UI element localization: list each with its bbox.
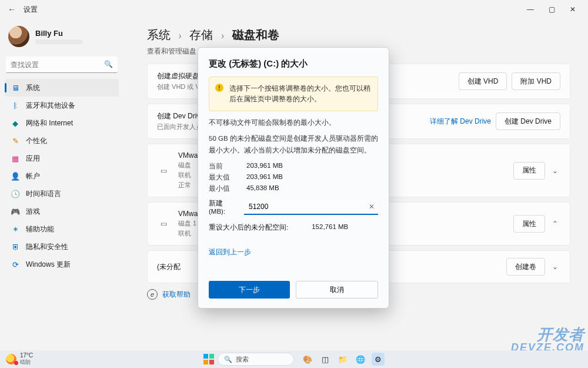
disk-sub1: 磁盘 (178, 161, 191, 168)
nav-icon: 🕓 (11, 189, 20, 198)
nav-icon: ✶ (11, 224, 20, 234)
weather-temp: 17°C (20, 352, 33, 359)
taskbar-app-copilot[interactable]: 🎨 (301, 353, 314, 366)
nav-label: 系统 (26, 83, 40, 93)
breadcrumb-2[interactable]: 存储 (189, 28, 213, 41)
taskbar-search-label: 搜索 (236, 355, 249, 364)
min-label: 最小值 (209, 184, 238, 193)
search-icon: 🔍 (224, 356, 232, 363)
disk-sub3: 正常 (178, 181, 191, 188)
disk-sub2: 联机 (178, 230, 191, 237)
disk-icon: ▭ (157, 167, 170, 175)
disk-sub2: 联机 (178, 171, 191, 178)
create-vhd-button[interactable]: 创建 VHD (459, 72, 507, 90)
sidebar-item-7[interactable]: 🎮游戏 (5, 203, 119, 220)
sidebar: Billy Fu 🔍 🖥系统ᛒ蓝牙和其他设备◆网络和 Internet✎个性化▦… (0, 19, 123, 350)
sidebar-item-5[interactable]: 👤帐户 (5, 167, 119, 185)
sidebar-item-0[interactable]: 🖥系统 (5, 79, 119, 97)
window-title: 设置 (24, 5, 38, 15)
nav-icon: ⛨ (11, 242, 20, 251)
weather-widget[interactable]: 17°C 晴朗 (6, 352, 33, 366)
note-2: 50 GB 的未分配磁盘空间是创建开发人员驱动器所需的最小大小。减小当前大小以增… (209, 133, 378, 156)
start-button[interactable] (203, 354, 214, 364)
nav-label: 个性化 (26, 136, 47, 146)
sidebar-item-4[interactable]: ▦应用 (5, 150, 119, 167)
nav-label: 网络和 Internet (26, 118, 73, 128)
titlebar: ← 设置 — ▢ ✕ (0, 0, 588, 19)
nav-icon: 🖥 (11, 83, 20, 92)
nav-label: 应用 (26, 154, 40, 164)
help-label: 获取帮助 (162, 290, 191, 300)
close-button[interactable]: ✕ (562, 1, 583, 18)
resize-dialog: 更改 (无标签) (C:) 的大小 选择下一个按钮将调整卷的大小。您也可以稍后在… (198, 47, 389, 309)
nav-label: 时间和语言 (26, 189, 61, 199)
maximize-button[interactable]: ▢ (541, 1, 562, 18)
taskbar-app-settings[interactable]: ⚙ (372, 353, 385, 366)
back-button[interactable]: ← (5, 5, 19, 14)
breadcrumb-1[interactable]: 系统 (147, 28, 171, 41)
after-resize-row: 重设大小后的未分配空间: 152,761 MB (209, 223, 378, 232)
taskbar-center: 🔍 搜索 🎨 ◫ 📁 🌐 ⚙ (203, 353, 385, 366)
create-dev-drive-button[interactable]: 创建 Dev Drive (496, 112, 560, 130)
info-banner: 选择下一个按钮将调整卷的大小。您也可以稍后在属性页中调整卷的大小。 (209, 77, 378, 111)
properties-button[interactable]: 属性 (513, 215, 545, 233)
cancel-button[interactable]: 取消 (296, 281, 378, 299)
nav-icon: ✎ (11, 136, 20, 145)
nav-label: 蓝牙和其他设备 (26, 101, 75, 111)
sidebar-item-9[interactable]: ⛨隐私和安全性 (5, 238, 119, 256)
weather-icon (6, 354, 16, 364)
breadcrumb-3: 磁盘和卷 (232, 28, 279, 41)
chevron-up-icon[interactable]: ⌃ (550, 220, 560, 228)
current-label: 当前 (209, 162, 238, 171)
nav-icon: ⟳ (11, 260, 20, 269)
search-input[interactable] (6, 57, 118, 73)
sidebar-item-2[interactable]: ◆网络和 Internet (5, 114, 119, 132)
max-label: 最大值 (209, 173, 238, 182)
current-value: 203,961 MB (246, 162, 378, 171)
chevron-right-icon: › (179, 31, 182, 41)
sidebar-item-6[interactable]: 🕓时间和语言 (5, 185, 119, 203)
sidebar-item-10[interactable]: ⟳Windows 更新 (5, 256, 119, 273)
size-table: 当前 203,961 MB 最大值 203,961 MB 最小值 45,838 … (209, 162, 378, 193)
taskbar: 17°C 晴朗 🔍 搜索 🎨 ◫ 📁 🌐 ⚙ (0, 350, 588, 368)
profile-email (35, 39, 82, 44)
avatar (8, 26, 29, 47)
new-size-input[interactable] (244, 200, 378, 215)
chevron-down-icon[interactable]: ⌄ (550, 167, 560, 175)
weather-desc: 晴朗 (20, 359, 33, 366)
taskbar-search[interactable]: 🔍 搜索 (218, 353, 294, 366)
help-icon: e (147, 289, 158, 300)
nav-label: 游戏 (26, 207, 40, 217)
minimize-button[interactable]: — (520, 1, 541, 18)
disk-sub1: 磁盘 1 (178, 220, 196, 227)
new-size-label: 新建(MB): (209, 199, 239, 215)
disk-icon: ▭ (157, 220, 170, 228)
search-box[interactable]: 🔍 (6, 57, 118, 73)
attach-vhd-button[interactable]: 附加 VHD (512, 72, 560, 90)
back-link[interactable]: 返回到上一步 (209, 247, 251, 257)
nav-icon: 🎮 (11, 207, 20, 216)
nav-list: 🖥系统ᛒ蓝牙和其他设备◆网络和 Internet✎个性化▦应用👤帐户🕓时间和语言… (5, 79, 119, 273)
taskbar-app-edge[interactable]: 🌐 (354, 353, 367, 366)
min-value: 45,838 MB (246, 184, 378, 193)
clear-icon[interactable]: ✕ (369, 203, 375, 211)
profile-name: Billy Fu (35, 29, 82, 38)
properties-button[interactable]: 属性 (513, 162, 545, 180)
new-size-row: 新建(MB): ✕ (209, 199, 378, 215)
taskbar-app-explorer[interactable]: 📁 (336, 353, 349, 366)
search-icon: 🔍 (104, 60, 113, 68)
after-label: 重设大小后的未分配空间: (209, 223, 288, 232)
sidebar-item-1[interactable]: ᛒ蓝牙和其他设备 (5, 97, 119, 114)
next-button[interactable]: 下一步 (209, 281, 290, 299)
nav-label: 隐私和安全性 (26, 242, 68, 252)
nav-icon: 👤 (11, 171, 20, 181)
dev-drive-link[interactable]: 详细了解 Dev Drive (430, 117, 491, 127)
profile[interactable]: Billy Fu (5, 22, 119, 53)
create-volume-button[interactable]: 创建卷 (506, 258, 545, 276)
sidebar-item-8[interactable]: ✶辅助功能 (5, 220, 119, 238)
sidebar-item-3[interactable]: ✎个性化 (5, 132, 119, 150)
breadcrumb: 系统 › 存储 › 磁盘和卷 (147, 27, 570, 43)
nav-label: 帐户 (26, 171, 40, 181)
taskbar-app-taskview[interactable]: ◫ (319, 353, 332, 366)
chevron-down-icon[interactable]: ⌄ (550, 263, 560, 271)
